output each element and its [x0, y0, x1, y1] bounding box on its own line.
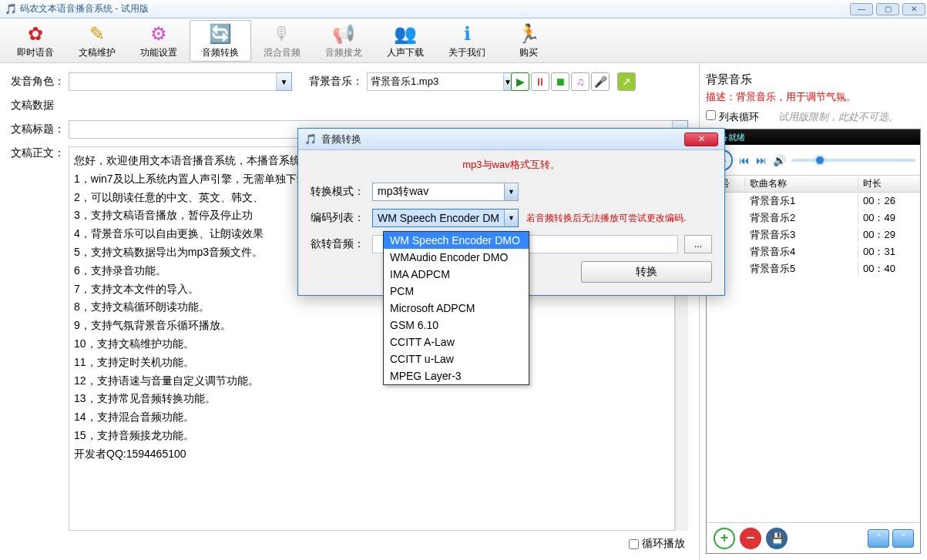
list-loop-checkbox[interactable]	[706, 110, 716, 120]
close-button[interactable]: ✕	[902, 3, 925, 15]
playlist-row[interactable]: 背景音乐400：31	[707, 243, 920, 260]
toolbar-文稿维护[interactable]: ✎文稿维护	[66, 20, 128, 62]
encoder-note: 若音频转换后无法播放可尝试更改编码.	[526, 212, 686, 225]
minimize-button[interactable]: —	[850, 3, 873, 15]
encoder-option[interactable]: MPEG Layer-3	[384, 367, 529, 384]
song-duration: 00：29	[858, 228, 920, 242]
encoder-select[interactable]: WM Speech Encoder DM ▼	[372, 209, 519, 227]
mic-button[interactable]: 🎤	[591, 72, 610, 91]
stop-button[interactable]: ⏹	[551, 72, 569, 91]
toolbar-label: 混合音频	[264, 46, 301, 59]
maximize-button[interactable]: ▢	[876, 3, 899, 15]
toolbar-关于我们[interactable]: ℹ关于我们	[436, 20, 498, 62]
pause-icon: ⏸	[535, 75, 546, 88]
playlist-next-button[interactable]: ⏭	[756, 154, 767, 166]
playlist-row[interactable]: 背景音乐500：40	[707, 260, 920, 277]
loop-checkbox[interactable]	[629, 539, 639, 549]
encoder-option[interactable]: WM Speech Encoder DMO	[384, 232, 529, 249]
toolbar-混合音频[interactable]: 🎙混合音频	[251, 20, 313, 62]
playlist-prev-button[interactable]: ⏮	[739, 154, 750, 166]
playlist-row[interactable]: 背景音乐200：49	[707, 210, 920, 226]
slider-thumb[interactable]	[815, 156, 825, 165]
title-bar: 🎵 码农文本语音播音系统 - 试用版 — ▢ ✕	[0, 0, 927, 18]
toolbar-功能设置[interactable]: ⚙功能设置	[128, 20, 190, 62]
song-duration: 00：40	[858, 262, 920, 276]
body-line: 13，支持常见音频转换功能。	[74, 390, 670, 408]
browse-button[interactable]: ...	[684, 235, 712, 253]
minus-icon: −	[747, 530, 755, 546]
play-icon: ▶	[516, 75, 525, 88]
playlist-add-button[interactable]: +	[714, 528, 735, 549]
chevron-down-icon: ▼	[504, 183, 518, 200]
convert-button[interactable]: 转换	[581, 261, 712, 283]
music-button[interactable]: ♫	[571, 72, 589, 91]
playlist-save-button[interactable]: 💾	[766, 528, 788, 549]
dialog-icon: 🎵	[304, 133, 317, 145]
toolbar-icon: ✎	[86, 23, 108, 45]
role-select[interactable]	[69, 72, 277, 91]
main-toolbar: ✿即时语音✎文稿维护⚙功能设置🔄音频转换🎙混合音频📢音频接龙👥人声下载ℹ关于我们…	[0, 18, 927, 63]
toolbar-label: 关于我们	[448, 46, 485, 59]
chevron-down-icon: ▼	[504, 210, 518, 226]
encoder-option[interactable]: CCITT A-Law	[384, 334, 529, 350]
encoder-option[interactable]: GSM 6.10	[384, 317, 529, 334]
encoder-option[interactable]: PCM	[384, 283, 529, 300]
toolbar-购买[interactable]: 🏃购买	[498, 20, 559, 62]
playlist-down-button[interactable]: ˅	[892, 529, 914, 548]
playlist-remove-button[interactable]: −	[740, 528, 761, 549]
dialog-close-button[interactable]: ✕	[684, 132, 718, 146]
encoder-option[interactable]: Microsoft ADPCM	[384, 300, 529, 317]
body-line: 8，支持文稿循环朗读功能。	[74, 298, 670, 317]
section-label: 文稿数据	[11, 99, 688, 112]
body-line: 12，支持语速与音量自定义调节功能。	[74, 372, 670, 391]
playlist-row[interactable]: 背景音乐300：29	[707, 226, 920, 243]
toolbar-label: 人声下载	[387, 46, 424, 59]
playlist-row[interactable]: 背景音乐100：26	[707, 193, 920, 210]
doc-body-label: 文稿正文：	[11, 146, 69, 531]
list-loop-hint: 试用版限制，此处不可选。	[778, 111, 898, 122]
toolbar-label: 音频接龙	[325, 46, 362, 59]
dialog-note: mp3与wav格式互转。	[311, 158, 712, 172]
toolbar-音频接龙[interactable]: 📢音频接龙	[313, 20, 374, 62]
song-name: 背景音乐1	[745, 194, 858, 208]
toolbar-icon: 🏃	[518, 23, 539, 45]
mode-value: mp3转wav	[378, 185, 428, 199]
bgm-panel-title: 背景音乐	[706, 72, 921, 87]
encoder-dropdown-list[interactable]: WM Speech Encoder DMOWMAudio Encoder DMO…	[383, 231, 529, 385]
toolbar-icon: ✿	[25, 23, 46, 45]
body-line: 10，支持文稿维护功能。	[74, 335, 670, 354]
toolbar-即时语音[interactable]: ✿即时语音	[5, 20, 66, 62]
play-button[interactable]: ▶	[511, 72, 529, 91]
body-line: 9，支持气氛背景音乐循环播放。	[74, 317, 670, 335]
mode-label: 转换模式：	[311, 185, 372, 199]
toolbar-人声下载[interactable]: 👥人声下载	[374, 20, 436, 62]
song-name: 背景音乐3	[745, 228, 858, 242]
playlist-volume-icon[interactable]: 🔊	[773, 154, 786, 166]
path-label: 欲转音频：	[311, 237, 372, 251]
loop-label: 循环播放	[642, 537, 685, 551]
doc-title-label: 文稿标题：	[11, 122, 69, 136]
close-icon: ✕	[698, 134, 705, 144]
bgm-label: 背景音乐：	[309, 75, 367, 89]
playlist-slider[interactable]	[792, 159, 915, 162]
song-duration: 00：49	[858, 211, 920, 225]
role-dropdown-icon[interactable]: ▼	[277, 72, 292, 91]
save-icon: 💾	[771, 532, 784, 545]
list-loop-label: 列表循环	[719, 111, 759, 122]
bgm-select[interactable]	[367, 72, 504, 91]
encoder-option[interactable]: WMAudio Encoder DMO	[384, 249, 529, 266]
mic-icon: 🎤	[594, 75, 607, 88]
mode-select[interactable]: mp3转wav ▼	[372, 183, 519, 201]
playlist-up-button[interactable]: ˄	[868, 529, 889, 548]
pause-button[interactable]: ⏸	[531, 72, 549, 91]
export-button[interactable]: ↗	[617, 72, 636, 91]
toolbar-icon: 📢	[333, 23, 354, 45]
toolbar-icon: 🔄	[210, 23, 231, 45]
encoder-option[interactable]: IMA ADPCM	[384, 266, 529, 283]
chevron-down-icon: ˅	[901, 532, 906, 545]
song-name: 背景音乐4	[745, 245, 858, 259]
toolbar-音频转换[interactable]: 🔄音频转换	[190, 20, 251, 62]
toolbar-label: 功能设置	[140, 46, 177, 59]
col-name: 歌曲名称	[745, 177, 858, 190]
encoder-option[interactable]: CCITT u-Law	[384, 350, 529, 367]
